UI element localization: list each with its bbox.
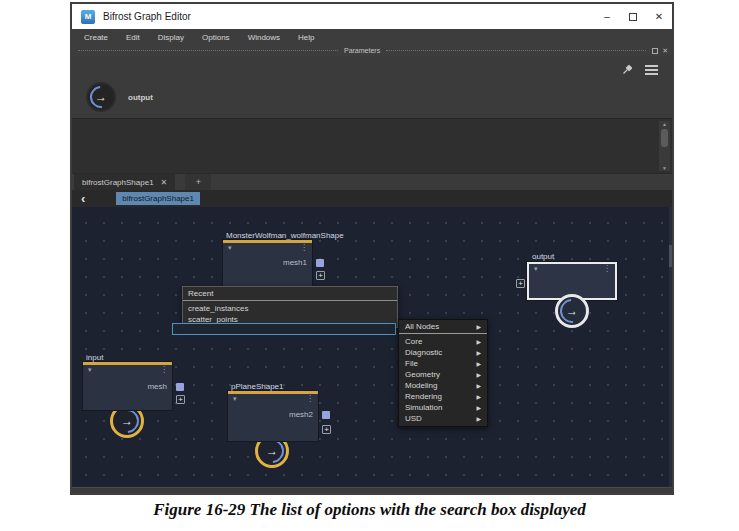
add-port-button[interactable]: + — [176, 395, 185, 404]
collapse-icon[interactable]: ▾ — [534, 265, 538, 273]
io-arc — [86, 82, 117, 113]
recent-header: Recent — [183, 287, 397, 301]
graph-tab-bar: bifrostGraphShape1 ✕ + — [72, 173, 672, 190]
minimize-icon: – — [604, 11, 610, 22]
panel-menu-icon[interactable] — [645, 65, 658, 75]
dock-grip-left — [78, 50, 338, 51]
port-square[interactable] — [176, 383, 184, 391]
menu-create[interactable]: Create — [75, 33, 117, 42]
menu-windows[interactable]: Windows — [239, 33, 289, 42]
back-chevron-icon[interactable]: ‹ — [81, 192, 85, 205]
parameters-dock-header[interactable]: Parameters ✕ — [72, 45, 672, 56]
category-simulation[interactable]: Simulation ▶ — [399, 402, 487, 413]
menu-display[interactable]: Display — [149, 33, 193, 42]
close-button[interactable]: ✕ — [646, 4, 672, 29]
parameters-scrollbar[interactable]: ▲ ▼ — [659, 121, 670, 171]
add-tab-button[interactable]: + — [185, 174, 211, 190]
category-label: Core — [405, 337, 422, 346]
close-icon: ✕ — [655, 11, 663, 22]
recent-nodes-popup: Recent create_instances scatter_points — [182, 286, 398, 328]
submenu-arrow-icon: ▶ — [476, 338, 481, 345]
node-input[interactable]: input ▾ ⋮ mesh + — [83, 362, 172, 410]
category-label: USD — [405, 414, 422, 423]
parameters-toolbar — [622, 64, 658, 75]
category-usd[interactable]: USD ▶ — [399, 413, 487, 424]
scroll-up-icon[interactable]: ▲ — [662, 121, 667, 127]
pin-icon[interactable] — [622, 64, 633, 75]
node-search-input[interactable] — [172, 323, 396, 335]
submenu-arrow-icon: ▶ — [476, 323, 481, 330]
add-port-button[interactable]: + — [316, 271, 325, 280]
undock-icon[interactable] — [652, 48, 658, 54]
submenu-arrow-icon: ▶ — [476, 393, 481, 400]
add-tab-icon: + — [196, 177, 201, 187]
node-menu-icon[interactable]: ⋮ — [306, 394, 314, 403]
category-file[interactable]: File ▶ — [399, 358, 487, 369]
output-parameter-row[interactable]: → output — [86, 82, 153, 112]
app-icon-letter: M — [85, 12, 92, 21]
output-node-icon: → — [86, 82, 116, 112]
output-io-circle[interactable]: → — [555, 294, 589, 328]
port-square[interactable] — [322, 411, 330, 419]
add-port-button[interactable]: + — [322, 425, 331, 434]
category-label: Geometry — [405, 370, 440, 379]
recent-item-create-instances[interactable]: create_instances — [183, 303, 397, 314]
menu-bar: Create Edit Display Options Windows Help — [72, 29, 672, 45]
submenu-arrow-icon: ▶ — [476, 404, 481, 411]
category-core[interactable]: Core ▶ — [399, 336, 487, 347]
bifrost-app-icon: M — [81, 10, 95, 24]
collapse-icon[interactable]: ▾ — [88, 366, 92, 374]
category-label: Rendering — [405, 392, 442, 401]
menu-options[interactable]: Options — [193, 33, 239, 42]
graph-vertical-scrollbar[interactable] — [669, 207, 672, 487]
node-title: input — [86, 353, 103, 362]
menu-help[interactable]: Help — [289, 33, 323, 42]
dock-close-icon[interactable]: ✕ — [662, 47, 668, 55]
bifrost-graph-editor-window: M Bifrost Graph Editor – ✕ Create Edit D… — [70, 2, 674, 495]
node-title: MonsterWolfman_wolfmanShape — [226, 231, 344, 240]
graph-horizontal-scrollbar[interactable] — [72, 487, 672, 493]
dock-header-icons: ✕ — [652, 47, 668, 55]
node-pplaneshape1[interactable]: pPlaneShape1 ▾ ⋮ mesh2 + — [228, 391, 318, 441]
collapse-icon[interactable]: ▾ — [228, 244, 232, 252]
node-menu-icon[interactable]: ⋮ — [300, 243, 308, 252]
parameters-panel: → output — [72, 56, 672, 118]
parameters-empty-area: ▲ ▼ — [72, 118, 672, 173]
node-graph-canvas[interactable]: MonsterWolfman_wolfmanShape ▾ ⋮ mesh1 + … — [72, 207, 672, 487]
node-monsterwolfman[interactable]: MonsterWolfman_wolfmanShape ▾ ⋮ mesh1 + — [223, 240, 312, 287]
port-label: mesh — [147, 382, 167, 391]
node-category-menu: All Nodes ▶ Core ▶ Diagnostic ▶ File ▶ G… — [398, 319, 488, 427]
menu-edit[interactable]: Edit — [117, 33, 149, 42]
io-arc — [555, 294, 589, 328]
dock-grip-right — [386, 50, 646, 51]
category-rendering[interactable]: Rendering ▶ — [399, 391, 487, 402]
maximize-button[interactable] — [620, 4, 646, 29]
tab-label: bifrostGraphShape1 — [82, 178, 154, 187]
collapse-icon[interactable]: ▾ — [233, 395, 237, 403]
breadcrumb: ‹ bifrostGraphShape1 — [72, 190, 672, 207]
breadcrumb-current[interactable]: bifrostGraphShape1 — [116, 192, 200, 205]
category-all-nodes[interactable]: All Nodes ▶ — [399, 320, 487, 334]
category-modeling[interactable]: Modeling ▶ — [399, 380, 487, 391]
category-label: All Nodes — [405, 322, 439, 331]
port-label: mesh1 — [283, 258, 307, 267]
maximize-icon — [629, 13, 637, 21]
graph-scrollbar-thumb[interactable] — [669, 245, 672, 267]
scroll-down-icon[interactable]: ▼ — [662, 165, 667, 171]
tab-close-icon[interactable]: ✕ — [161, 178, 168, 187]
submenu-arrow-icon: ▶ — [476, 371, 481, 378]
minimize-button[interactable]: – — [594, 4, 620, 29]
title-bar: M Bifrost Graph Editor – ✕ — [72, 4, 672, 29]
figure-caption: Figure 16-29 The list of options with th… — [0, 500, 739, 520]
category-label: Simulation — [405, 403, 442, 412]
add-port-button[interactable]: + — [516, 279, 525, 288]
node-menu-icon[interactable]: ⋮ — [603, 264, 611, 273]
port-square[interactable] — [316, 259, 324, 267]
window-controls: – ✕ — [594, 4, 672, 29]
window-title: Bifrost Graph Editor — [103, 11, 191, 22]
node-menu-icon[interactable]: ⋮ — [160, 365, 168, 374]
category-geometry[interactable]: Geometry ▶ — [399, 369, 487, 380]
category-diagnostic[interactable]: Diagnostic ▶ — [399, 347, 487, 358]
scrollbar-thumb[interactable] — [661, 129, 668, 147]
tab-bifrostgraphshape1[interactable]: bifrostGraphShape1 ✕ — [74, 174, 175, 190]
